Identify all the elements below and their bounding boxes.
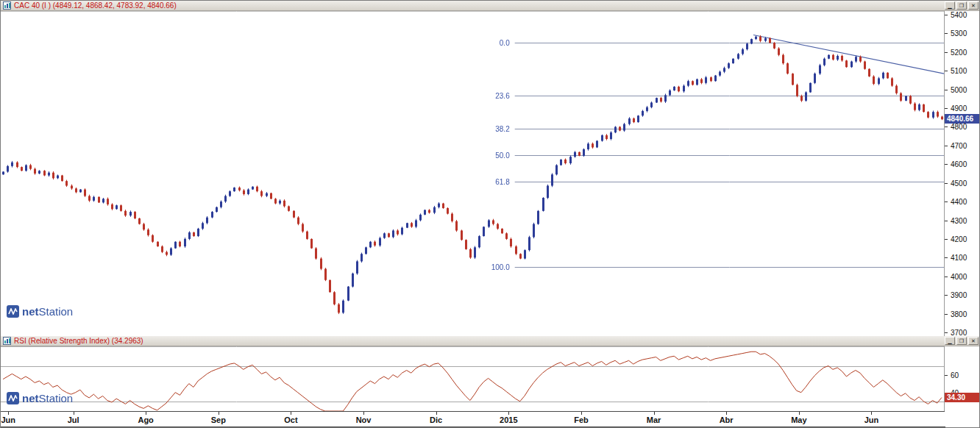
price-axis-label: 3800	[951, 310, 967, 318]
price-axis-tick	[945, 52, 948, 53]
price-axis-label: 3900	[951, 291, 967, 299]
rsi-axis-tick	[945, 375, 948, 376]
price-axis-tick	[945, 71, 948, 71]
x-axis-tick	[508, 412, 509, 415]
price-chart-canvas[interactable]	[1, 11, 944, 336]
x-axis-label: Abr	[720, 415, 734, 424]
x-axis-tick	[581, 412, 582, 415]
x-axis-label: Ago	[138, 415, 153, 424]
price-axis-tick	[945, 332, 948, 333]
price-panel-title: CAC 40 (I ) (4849.12, 4868.42, 4783.92, …	[14, 1, 942, 10]
price-axis-tick	[945, 164, 948, 165]
price-axis-label: 5400	[951, 11, 967, 19]
x-axis-label: Nov	[356, 415, 372, 424]
price-axis-label: 5300	[951, 29, 967, 38]
x-axis-tick	[219, 412, 219, 415]
rsi-plot-area[interactable]: netStation	[1, 346, 944, 411]
rsi-panel-title: RSI (Relative Strength Index) (34.2963)	[14, 337, 942, 346]
x-axis-label: Dic	[430, 415, 442, 424]
close-icon[interactable]: ✕	[968, 1, 979, 10]
price-plot-area[interactable]: netStation	[1, 11, 944, 336]
price-axis-label: 4800	[951, 123, 967, 131]
netstation-logo: netStation	[7, 305, 73, 318]
x-axis-tick	[436, 412, 437, 415]
window-buttons: ▁ ❐ ✕	[945, 1, 979, 10]
price-axis-label: 5200	[951, 49, 967, 57]
price-axis-tick	[945, 239, 948, 240]
price-axis-tick	[945, 221, 948, 221]
price-axis-tick	[945, 183, 948, 184]
x-axis-label: May	[791, 415, 806, 424]
price-axis-label: 4000	[951, 273, 967, 281]
price-axis-tick	[945, 15, 948, 15]
price-axis[interactable]: 4840.66 54005300520051005000490048004700…	[944, 11, 980, 336]
price-axis-label: 4300	[951, 217, 967, 225]
rsi-axis-label: 60	[951, 371, 959, 379]
x-axis-label: Jun	[864, 415, 879, 424]
rsi-panel-titlebar[interactable]: RSI (Relative Strength Index) (34.2963) …	[1, 336, 980, 346]
x-axis-tick	[799, 412, 800, 415]
netstation-logo-icon	[7, 305, 19, 318]
price-axis-tick	[945, 295, 948, 296]
x-axis-label: Feb	[574, 415, 589, 424]
minimize-icon[interactable]: ▁	[945, 1, 955, 10]
chart-icon	[3, 337, 11, 345]
x-axis-tick	[291, 412, 291, 415]
logo-net: net	[22, 392, 39, 404]
x-axis-label: Jul	[68, 415, 79, 424]
logo-station: Station	[39, 392, 74, 404]
x-axis-label: Sep	[211, 415, 226, 424]
maximize-icon[interactable]: ❐	[956, 1, 967, 10]
rsi-chart-canvas[interactable]	[1, 346, 944, 411]
netstation-logo-text: netStation	[22, 392, 73, 404]
rsi-value-badge: 34.30	[945, 393, 980, 402]
x-axis-tick	[363, 412, 364, 415]
price-axis-tick	[945, 90, 948, 90]
price-axis-label: 4400	[951, 198, 967, 206]
price-axis-tick	[945, 146, 948, 146]
x-axis-label: 2015	[500, 415, 517, 424]
price-axis-tick	[945, 33, 948, 34]
netstation-logo-icon	[7, 392, 19, 404]
price-axis-label: 4500	[951, 179, 967, 188]
price-axis-tick	[945, 108, 948, 109]
price-axis-label: 4200	[951, 235, 967, 243]
chart-icon	[3, 1, 11, 10]
rsi-axis[interactable]: 34.30 6040	[944, 346, 980, 411]
netstation-logo: netStation	[7, 392, 73, 404]
price-axis-label: 4700	[951, 142, 967, 150]
price-axis-label: 4900	[951, 104, 967, 113]
price-axis-label: 5000	[951, 86, 967, 94]
netstation-logo-text: netStation	[22, 305, 73, 318]
x-axis-tick	[726, 412, 727, 415]
logo-station: Station	[39, 305, 74, 318]
window-buttons: ▁ ❐ ✕	[945, 337, 979, 345]
close-icon[interactable]: ✕	[968, 337, 979, 345]
price-axis-tick	[945, 201, 948, 202]
price-axis-label: 5100	[951, 67, 967, 75]
netstation-window: CAC 40 (I ) (4849.12, 4868.42, 4783.92, …	[0, 0, 980, 428]
price-axis-label: 4100	[951, 254, 967, 262]
x-axis-tick	[146, 412, 146, 415]
axis-corner	[945, 411, 980, 428]
x-axis-tick	[654, 412, 655, 415]
price-axis-tick	[945, 314, 948, 315]
price-panel-titlebar[interactable]: CAC 40 (I ) (4849.12, 4868.42, 4783.92, …	[1, 1, 980, 11]
price-axis-tick	[945, 126, 948, 127]
x-axis-label: Oct	[284, 415, 297, 424]
price-axis-label: 4600	[951, 160, 967, 168]
price-axis-tick	[945, 277, 948, 277]
logo-net: net	[22, 305, 39, 318]
minimize-icon[interactable]: ▁	[945, 337, 955, 345]
x-axis[interactable]: JunJulAgoSepOctNovDic2015FebMarAbrMayJun	[1, 411, 945, 427]
x-axis-tick	[74, 412, 74, 415]
x-axis-label: Mar	[647, 415, 661, 424]
x-axis-label: Jun	[1, 415, 15, 424]
x-axis-tick	[8, 412, 9, 415]
maximize-icon[interactable]: ❐	[956, 337, 967, 345]
last-price-badge: 4840.66	[945, 114, 980, 124]
price-axis-tick	[945, 257, 948, 258]
x-axis-tick	[871, 412, 872, 415]
